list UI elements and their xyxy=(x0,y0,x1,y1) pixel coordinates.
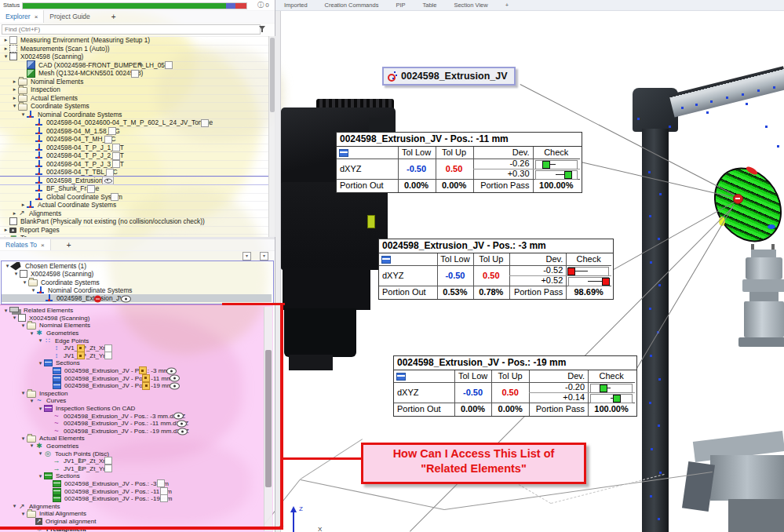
expander-icon[interactable]: ▾ xyxy=(2,308,9,314)
box-icon[interactable] xyxy=(104,465,112,472)
eye-icon[interactable] xyxy=(170,375,180,382)
tree-item[interactable]: 0024598-04_0024600-04_T_M_P_602_L_24_JV_… xyxy=(0,118,268,127)
tree-item[interactable]: 0024598_Extrusion_JV - Pos.: -11 mm xyxy=(0,487,264,495)
tree-item[interactable]: ▾Inspection Sections On CAD xyxy=(0,405,264,413)
tree-item[interactable]: ▸↗Alignments xyxy=(0,210,268,218)
tree-item[interactable]: ▾Nominal Coordinate Systems xyxy=(0,111,268,119)
refresh-icon[interactable]: ↻ xyxy=(77,457,85,465)
related-scrollbar[interactable] xyxy=(264,307,272,531)
viewport-tab-imported[interactable]: Imported xyxy=(275,2,316,9)
box-icon[interactable] xyxy=(160,487,168,495)
viewport-tab--[interactable]: + xyxy=(497,2,517,9)
expander-icon[interactable]: ▾ xyxy=(13,271,20,277)
viewport-tab-pip[interactable]: PIP xyxy=(387,2,414,9)
expander-icon[interactable]: ▸ xyxy=(11,210,18,217)
tree-item[interactable]: ▾X0024598 (Scanning) xyxy=(2,270,272,278)
close-icon[interactable]: × xyxy=(41,242,45,249)
tree-item[interactable]: →JV1_EP_Zt_Yn↻ xyxy=(0,465,264,472)
expander-icon[interactable]: ▾ xyxy=(28,443,35,449)
tree-item[interactable]: ↕JV1_EP_Zt_Xn xyxy=(0,344,264,352)
tree-item[interactable]: ▸Measuring Environment (Measuring Setup … xyxy=(0,36,268,45)
expander-icon[interactable]: ▾ xyxy=(20,390,27,396)
tree-item[interactable]: ~0024598_Extrusion_JV - Pos.: -19 mm.dXY… xyxy=(0,428,264,435)
expander-icon[interactable]: ▾ xyxy=(11,315,18,321)
expander-icon[interactable]: ▾ xyxy=(28,398,35,404)
expander-icon[interactable]: ▸ xyxy=(2,227,9,233)
eyebox-icon[interactable] xyxy=(102,176,114,184)
search-input[interactable] xyxy=(2,24,261,35)
tree-item[interactable]: 0024598_Extrusion_JV - Pos.: -3 mm xyxy=(0,367,264,375)
tree-item[interactable]: ▸Inspection xyxy=(0,86,268,94)
expander-icon[interactable]: ▾ xyxy=(20,511,27,517)
eye-icon[interactable] xyxy=(177,428,188,435)
expander-icon[interactable]: ▸ xyxy=(11,78,18,85)
box-icon[interactable] xyxy=(111,193,119,201)
tree-item[interactable]: 0024598_Extrusion_JV - Pos.: -3 mm xyxy=(0,480,264,488)
eye-icon[interactable] xyxy=(173,413,184,420)
box-icon[interactable] xyxy=(104,352,112,359)
expander-icon[interactable]: ▾ xyxy=(37,473,44,479)
tree-item[interactable]: 0024598_Extrusion_JV xyxy=(0,177,268,185)
tree-item[interactable]: ▾↗Alignments xyxy=(0,502,264,510)
tree-item[interactable]: ▾✱Geometries xyxy=(0,330,264,337)
tree-item[interactable]: ▾◎Touch Points (Disc) xyxy=(0,450,264,457)
expander-icon[interactable]: ▾ xyxy=(37,337,44,344)
tree-item[interactable]: BlankPart (Physically not existing (no c… xyxy=(0,217,268,226)
tree-item[interactable]: ▾X0024598 (Scanning) xyxy=(0,315,264,322)
tree-item[interactable]: 0024598-04_T_P_J_2_MT xyxy=(0,151,268,160)
box-icon[interactable] xyxy=(112,160,120,168)
box-icon[interactable] xyxy=(104,457,112,465)
box-icon[interactable] xyxy=(112,152,120,160)
tree-item[interactable]: ▸Actual Elements xyxy=(0,94,268,103)
expander-icon[interactable]: ▸ xyxy=(2,46,9,52)
tree-item[interactable]: 0024598_Extrusion_JV - Pos.: -19 mm xyxy=(0,495,264,503)
box-icon[interactable] xyxy=(108,127,116,135)
box-icon[interactable] xyxy=(165,61,173,69)
tab-project-guide[interactable]: Project Guide xyxy=(44,10,96,23)
viewport-tab-creation-commands[interactable]: Creation Commands xyxy=(316,2,388,9)
tree-item[interactable]: ▾Nominal Coordinate Systems xyxy=(2,286,272,294)
tree-item[interactable]: ~0024598_Extrusion_JV - Pos.: -3 mm.dXYZ xyxy=(0,412,264,420)
scrollbar-thumb[interactable] xyxy=(270,38,275,112)
tree-item[interactable]: ~0024598_Extrusion_JV - Pos.: -11 mm.dXY… xyxy=(0,420,264,428)
tab-explorer[interactable]: Explorer × xyxy=(0,10,44,23)
eye-icon[interactable] xyxy=(121,295,131,302)
expander-icon[interactable]: ▸ xyxy=(2,37,9,43)
expander-icon[interactable]: ▾ xyxy=(37,360,44,366)
expander-icon[interactable]: ▾ xyxy=(28,330,35,337)
box-icon[interactable] xyxy=(87,185,95,193)
expander-icon[interactable]: ▾ xyxy=(30,287,37,293)
box-icon[interactable] xyxy=(106,169,114,177)
tree-item[interactable]: 0024598-04_T_P_J_1_MT xyxy=(0,144,268,152)
scrollbar-thumb[interactable] xyxy=(265,350,272,487)
eye-icon[interactable] xyxy=(177,421,187,428)
box-icon[interactable] xyxy=(157,479,165,487)
expander-icon[interactable]: ▾ xyxy=(2,53,9,60)
tree-item[interactable]: ▾Related Elements xyxy=(0,307,264,315)
tree-item[interactable]: ▾~Curves xyxy=(0,397,264,405)
expander-icon[interactable]: ▾ xyxy=(37,450,44,457)
tree-item[interactable]: ▾∷Edge Points xyxy=(0,337,264,344)
box-icon[interactable] xyxy=(131,70,139,78)
tree-item[interactable]: ▾Initial Alignments xyxy=(0,510,264,518)
pin-icon[interactable]: ▾ xyxy=(260,252,268,261)
expander-icon[interactable]: ▾ xyxy=(37,406,44,412)
close-icon[interactable]: × xyxy=(35,13,38,20)
refresh-icon[interactable]: ↻ xyxy=(77,465,85,472)
tab-relates-to[interactable]: Relates To × xyxy=(0,239,51,250)
tree-item[interactable]: 0024598_Extrusion_JV xyxy=(2,294,272,302)
tree-item[interactable]: ▸Actual Coordinate Systems xyxy=(0,201,268,210)
tree-item[interactable]: ▾Sections xyxy=(0,472,264,480)
expander-icon[interactable]: ▾ xyxy=(11,503,18,509)
tree-item[interactable]: ▸Report Pages xyxy=(0,226,268,235)
expander-icon[interactable]: ▾ xyxy=(20,111,27,118)
tree-item[interactable]: ↕JV1_EP_Zt_Yn xyxy=(0,352,264,360)
box-icon[interactable] xyxy=(104,136,112,144)
tree-item[interactable]: ▾Chosen Elements (1) xyxy=(2,262,272,270)
expander-icon[interactable]: ▾ xyxy=(21,279,28,286)
box-icon[interactable] xyxy=(160,494,168,502)
expander-icon[interactable]: ▸ xyxy=(20,202,27,208)
filter-icon[interactable] xyxy=(259,26,267,33)
tree-item[interactable]: 0024598_Extrusion_JV - Pos.: -11 mm xyxy=(0,374,264,382)
expander-icon[interactable]: ▾ xyxy=(20,322,27,329)
